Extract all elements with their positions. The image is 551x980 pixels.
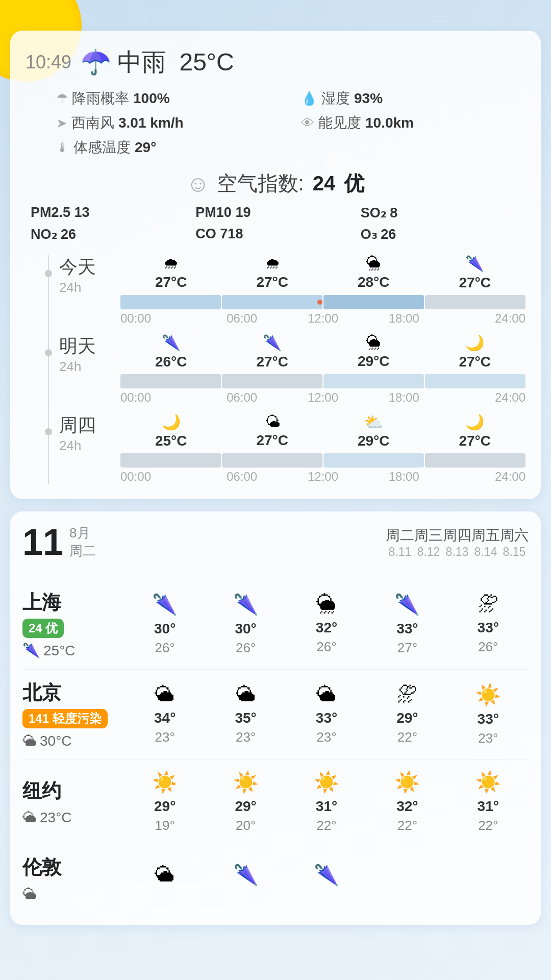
bar-seg-3 — [425, 295, 525, 309]
city-days-shanghai: 🌂 30° 26° 🌂 30° 26° 🌦 32° 26° 🌂 33° — [124, 593, 529, 656]
visibility-icon: 👁 — [301, 115, 314, 131]
bar-seg-0 — [120, 295, 221, 309]
hour-labels-tomorrow: 00:00 06:00 12:00 18:00 24:00 — [120, 390, 525, 405]
forecast-content-thu: 🌙 25°C 🌤 27°C ⛅ 29°C — [120, 413, 525, 484]
newyork-day-1: ☀️ 29° 20° — [205, 770, 286, 834]
forecast-row-tomorrow: 明天 24h 🌂 26°C 🌂 27°C — [34, 334, 525, 405]
o3-item: O₃ 26 — [361, 226, 525, 242]
hour-item-th3: 🌙 27°C — [424, 413, 526, 449]
bar-seg-2 — [323, 295, 424, 309]
so2-item: SO₂ 8 — [361, 205, 525, 221]
beijing-day-4: ☀️ 33° 23° — [448, 683, 529, 746]
forecast-section: 今天 24h 🌧 27°C 🌧 27°C — [26, 255, 525, 484]
shanghai-day-3: 🌂 33° 27° — [367, 593, 447, 656]
week-col-4: 周六 8.15 — [500, 526, 529, 559]
city-days-newyork: ☀️ 29° 19° ☀️ 29° 20° ☀️ 31° 22° ☀️ 32° — [124, 770, 529, 834]
temp-bar-tomorrow — [120, 374, 525, 388]
forecast-wrapper: 今天 24h 🌧 27°C 🌧 27°C — [26, 255, 525, 484]
forecast-content-today: 🌧 27°C 🌧 27°C 🌦 28°C — [120, 255, 525, 326]
rain-prob-icon: ☂ — [56, 91, 68, 107]
forecast-dot-today — [45, 270, 52, 277]
london-day-2: 🌂 — [286, 863, 367, 894]
wind-item: ➤ 西南风 3.01 km/h — [56, 113, 281, 133]
london-day-0: 🌥 — [124, 863, 205, 894]
city-name-beijing: 北京 — [22, 680, 124, 706]
big-date: 11 — [22, 524, 63, 560]
visibility-item: 👁 能见度 10.0km — [301, 113, 525, 133]
hour-item-th1: 🌤 27°C — [222, 413, 323, 449]
bar-th-seg-3 — [425, 453, 525, 468]
week-col-2: 周四 8.13 — [443, 526, 471, 559]
forecast-content-tomorrow: 🌂 26°C 🌂 27°C 🌦 29°C — [120, 334, 525, 405]
hour-item-t2: 🌦 29°C — [323, 334, 424, 370]
newyork-day-3: ☀️ 32° 22° — [367, 770, 447, 834]
hour-item-th2: ⛅ 29°C — [323, 413, 424, 449]
hour-item-t0: 🌂 26°C — [120, 334, 222, 370]
city-row-newyork[interactable]: 纽约 🌥 23°C ☀️ 29° 19° ☀️ 29° 20° — [22, 760, 529, 844]
time-label: 10:49 — [26, 52, 71, 73]
week-columns: 周二 8.11 周三 8.12 周四 8.13 周五 8.14 周六 8.1 — [386, 526, 529, 559]
bar-t-seg-0 — [120, 374, 221, 388]
city-forecast-card: 11 8月 周二 周二 8.11 周三 8.12 周四 8.13 — [10, 511, 541, 925]
humidity-icon: 💧 — [301, 91, 317, 107]
rain-prob-item: ☂ 降雨概率 100% — [56, 89, 281, 108]
city-current-temp-newyork: 🌥 23°C — [22, 809, 124, 826]
air-title-row: ☺ 空气指数: 24 优 — [26, 169, 525, 198]
shanghai-day-2: 🌦 32° 26° — [286, 593, 367, 656]
city-name-newyork: 纽约 — [22, 778, 124, 804]
date-sub: 8月 周二 — [69, 524, 96, 560]
city-name-shanghai: 上海 — [22, 590, 124, 616]
week-col-0: 周二 8.11 — [386, 526, 414, 559]
pm10-item: PM10 19 — [195, 205, 360, 221]
date-weekday: 周二 — [69, 542, 96, 560]
hour-item-t1: 🌂 27°C — [222, 334, 323, 370]
forecast-row-today: 今天 24h 🌧 27°C 🌧 27°C — [34, 255, 525, 326]
weather-details: ☂ 降雨概率 100% 💧 湿度 93% ➤ 西南风 3.01 km/h 👁 能… — [56, 89, 525, 157]
feel-temp-item: 🌡 体感温度 29° — [56, 138, 281, 157]
city-row-london[interactable]: 伦敦 🌥 🌥 🌂 🌂 — [22, 844, 529, 913]
city-days-beijing: 🌥 34° 23° 🌥 35° 23° 🌥 33° 23° ⛈ 29° — [124, 683, 529, 746]
shanghai-day-4: ⛈ 33° 26° — [448, 593, 529, 656]
current-description: 中雨 25°C — [117, 46, 234, 79]
temp-bar-today — [120, 295, 525, 309]
city-row-beijing[interactable]: 北京 141 轻度污染 🌥 30°C 🌥 34° 23° 🌥 35° 23° — [22, 670, 529, 760]
week-col-1: 周三 8.12 — [414, 526, 443, 559]
newyork-day-0: ☀️ 29° 19° — [124, 770, 205, 834]
no2-item: NO₂ 26 — [31, 226, 195, 242]
bar-th-seg-0 — [120, 453, 221, 468]
bar-th-seg-2 — [323, 453, 424, 468]
smiley-icon: ☺ — [187, 171, 210, 197]
bar-th-seg-1 — [222, 453, 322, 468]
date-header: 11 8月 周二 周二 8.11 周三 8.12 周四 8.13 — [22, 524, 529, 569]
beijing-day-0: 🌥 34° 23° — [124, 683, 205, 746]
london-day-4 — [448, 863, 529, 894]
rain-icon: ☂️ — [81, 48, 111, 77]
hour-item-2: 🌦 28°C — [323, 255, 424, 291]
bar-t-seg-3 — [425, 374, 525, 388]
hour-labels-today: 00:00 06:00 12:00 18:00 24:00 — [120, 311, 525, 326]
city-name-london: 伦敦 — [22, 854, 124, 880]
shanghai-day-1: 🌂 30° 26° — [205, 593, 286, 656]
hour-item-th0: 🌙 25°C — [120, 413, 222, 449]
forecast-row-thu: 周四 24h 🌙 25°C 🌤 27°C — [34, 413, 525, 484]
bar-t-seg-1 — [222, 374, 322, 388]
city-row-shanghai[interactable]: 上海 24 优 🌂 25°C 🌂 30° 26° 🌂 30° 26° — [22, 579, 529, 670]
forecast-dot-thu — [45, 428, 52, 435]
aqi-badge-beijing: 141 轻度污染 — [22, 709, 108, 728]
beijing-day-2: 🌥 33° 23° — [286, 683, 367, 746]
co-item: CO 718 — [195, 226, 360, 242]
city-days-london: 🌥 🌂 🌂 — [124, 863, 529, 894]
hour-item-3: 🌂 27°C — [424, 255, 526, 291]
beijing-day-3: ⛈ 29° 22° — [367, 683, 447, 746]
hour-labels-thu: 00:00 06:00 12:00 18:00 24:00 — [120, 470, 525, 484]
city-current-temp-beijing: 🌥 30°C — [22, 732, 124, 749]
air-quality-section: ☺ 空气指数: 24 优 PM2.5 13 PM10 19 SO₂ — [26, 169, 525, 242]
newyork-day-4: ☀️ 31° 22° — [448, 770, 529, 834]
wind-icon: ➤ — [56, 115, 67, 131]
hour-item-1: 🌧 27°C — [222, 255, 323, 291]
city-info-london: 伦敦 🌥 — [22, 854, 124, 902]
forecast-dot-tomorrow — [45, 349, 52, 356]
air-details: PM2.5 13 PM10 19 SO₂ 8 NO₂ 26 CO 718 — [26, 205, 525, 242]
hour-item-0: 🌧 27°C — [120, 255, 222, 291]
beijing-day-1: 🌥 35° 23° — [205, 683, 286, 746]
